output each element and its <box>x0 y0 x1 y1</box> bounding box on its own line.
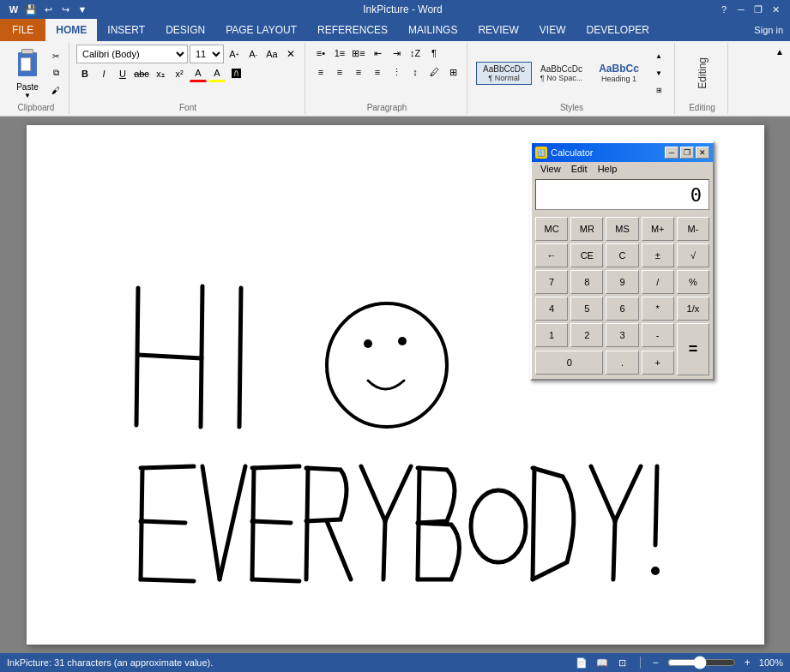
calc-menu-view[interactable]: View <box>535 163 566 175</box>
tab-review[interactable]: REVIEW <box>467 19 528 41</box>
calc-ms-button[interactable]: MS <box>606 217 638 241</box>
bullets-button[interactable]: ≡• <box>312 45 329 62</box>
tab-design[interactable]: DESIGN <box>155 19 215 41</box>
restore-button[interactable]: ❐ <box>751 3 766 16</box>
align-center-button[interactable]: ≡ <box>331 63 348 81</box>
calc-decimal-button[interactable]: . <box>606 351 638 375</box>
calc-close-button[interactable]: ✕ <box>696 147 709 159</box>
tab-view[interactable]: VIEW <box>529 19 576 41</box>
strikethrough-button[interactable]: abc <box>133 65 150 82</box>
zoom-slider[interactable] <box>667 658 736 667</box>
calc-multiply-button[interactable]: * <box>642 297 674 321</box>
tab-developer[interactable]: DEVELOPER <box>576 19 659 41</box>
calc-sqrt-button[interactable]: √ <box>677 243 709 267</box>
tab-page-layout[interactable]: PAGE LAYOUT <box>215 19 307 41</box>
customize-quick-button[interactable]: ▼ <box>75 3 89 16</box>
styles-scroll-down[interactable]: ▼ <box>650 64 667 81</box>
change-case-button[interactable]: Aa <box>263 45 280 63</box>
calc-ce-button[interactable]: CE <box>570 243 603 267</box>
cut-button[interactable]: ✂ <box>48 48 63 63</box>
clear-formatting-button[interactable]: ✕ <box>282 45 299 63</box>
increase-indent-button[interactable]: ⇥ <box>388 45 405 62</box>
italic-button[interactable]: I <box>95 65 112 82</box>
style-no-space[interactable]: AaBbCcDc ¶ No Spac... <box>534 62 589 85</box>
layout-icon[interactable]: ⊡ <box>616 657 630 669</box>
tab-file[interactable]: FILE <box>0 19 45 41</box>
calc-4-button[interactable]: 4 <box>535 297 568 321</box>
format-painter-button[interactable]: 🖌 <box>48 82 63 98</box>
increase-font-button[interactable]: A+ <box>226 45 243 63</box>
calc-5-button[interactable]: 5 <box>570 297 603 321</box>
tab-insert[interactable]: INSERT <box>97 19 155 41</box>
calc-7-button[interactable]: 7 <box>535 270 568 294</box>
decrease-font-button[interactable]: A- <box>244 45 262 63</box>
calc-mc-button[interactable]: MC <box>535 217 568 241</box>
justify-button[interactable]: ≡ <box>369 63 386 81</box>
calc-mminus-button[interactable]: M- <box>677 217 709 241</box>
ribbon-expand-button[interactable]: ▲ <box>773 45 787 58</box>
close-button[interactable]: ✕ <box>768 3 783 16</box>
highlight-button[interactable]: A <box>208 65 226 82</box>
copy-button[interactable]: ⧉ <box>48 65 63 81</box>
calc-0-button[interactable]: 0 <box>535 351 603 375</box>
calc-1-button[interactable]: 1 <box>535 323 568 347</box>
calc-menu-help[interactable]: Help <box>593 163 623 175</box>
calc-plus-button[interactable]: + <box>642 351 674 375</box>
calc-minimize-button[interactable]: ─ <box>665 147 678 159</box>
save-quick-button[interactable]: 💾 <box>24 3 38 16</box>
style-heading1[interactable]: AaBbCc Heading 1 <box>591 60 647 86</box>
tab-references[interactable]: REFERENCES <box>307 19 398 41</box>
underline-button[interactable]: U <box>114 65 131 82</box>
calc-backspace-button[interactable]: ← <box>535 243 568 267</box>
font-size-select[interactable]: 11 <box>190 45 224 63</box>
style-normal[interactable]: AaBbCcDc ¶ Normal <box>476 62 532 85</box>
paste-button[interactable]: Paste ▼ <box>9 45 46 101</box>
numbering-button[interactable]: 1≡ <box>331 45 348 62</box>
tab-mailings[interactable]: MAILINGS <box>398 19 467 41</box>
shading-para-button[interactable]: 🖊 <box>425 63 443 81</box>
calc-mplus-button[interactable]: M+ <box>642 217 674 241</box>
calc-divide-button[interactable]: / <box>642 270 674 294</box>
subscript-button[interactable]: x₂ <box>152 65 169 82</box>
align-right-button[interactable]: ≡ <box>350 63 367 81</box>
calc-2-button[interactable]: 2 <box>570 323 603 347</box>
columns-button[interactable]: ⋮ <box>388 63 405 81</box>
text-color-button[interactable]: A <box>190 65 207 82</box>
calc-6-button[interactable]: 6 <box>606 297 638 321</box>
font-name-select[interactable]: Calibri (Body) <box>76 45 188 63</box>
calc-equals-button[interactable]: = <box>677 323 709 375</box>
calc-minus-button[interactable]: - <box>642 323 674 347</box>
zoom-out-button[interactable]: − <box>651 657 660 669</box>
calc-reciprocal-button[interactable]: 1/x <box>677 297 709 321</box>
decrease-indent-button[interactable]: ⇤ <box>369 45 386 62</box>
line-spacing-button[interactable]: ↕ <box>407 63 424 81</box>
page-view-icon[interactable]: 📄 <box>575 657 588 669</box>
styles-expand[interactable]: ⊞ <box>650 81 667 99</box>
calc-menu-edit[interactable]: Edit <box>566 163 593 175</box>
sign-in-link[interactable]: Sign in <box>754 25 783 35</box>
calc-percent-button[interactable]: % <box>677 270 709 294</box>
align-left-button[interactable]: ≡ <box>312 63 329 81</box>
minimize-button[interactable]: ─ <box>733 3 749 16</box>
read-mode-icon[interactable]: 📖 <box>595 657 609 669</box>
undo-quick-button[interactable]: ↩ <box>41 3 55 16</box>
styles-scroll-up[interactable]: ▲ <box>650 47 667 64</box>
zoom-in-button[interactable]: + <box>743 657 752 669</box>
show-hide-button[interactable]: ¶ <box>425 45 443 62</box>
sort-button[interactable]: ↕Z <box>407 45 424 62</box>
tab-home[interactable]: HOME <box>45 19 97 41</box>
borders-button[interactable]: ⊞ <box>444 63 461 81</box>
calc-plusminus-button[interactable]: ± <box>642 243 674 267</box>
shading-button[interactable]: 🅰 <box>227 65 244 82</box>
bold-button[interactable]: B <box>76 65 93 82</box>
calc-restore-button[interactable]: ❐ <box>680 147 694 159</box>
calc-c-button[interactable]: C <box>606 243 638 267</box>
multilevel-button[interactable]: ⊞≡ <box>350 45 367 62</box>
redo-quick-button[interactable]: ↪ <box>58 3 72 16</box>
calc-mr-button[interactable]: MR <box>570 217 603 241</box>
calc-8-button[interactable]: 8 <box>570 270 603 294</box>
help-button[interactable]: ? <box>716 3 732 16</box>
calc-9-button[interactable]: 9 <box>606 270 638 294</box>
calc-3-button[interactable]: 3 <box>606 323 638 347</box>
superscript-button[interactable]: x² <box>171 65 188 82</box>
